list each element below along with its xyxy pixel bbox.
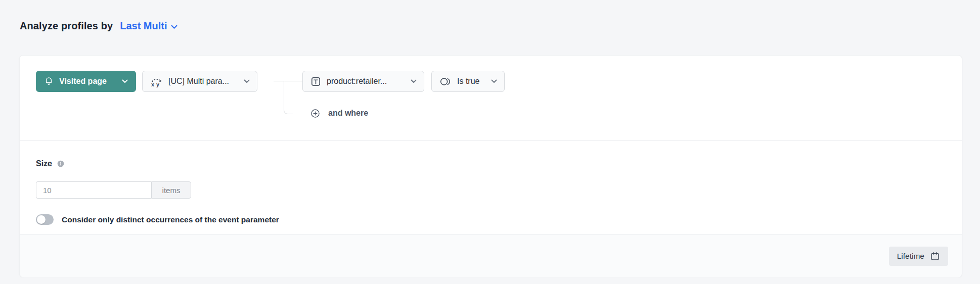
bell-icon bbox=[44, 76, 54, 87]
event-condition-button[interactable]: Visited page bbox=[36, 71, 136, 92]
text-type-icon bbox=[310, 76, 322, 87]
add-condition-label: and where bbox=[328, 109, 368, 118]
size-input[interactable] bbox=[36, 181, 151, 199]
distinct-toggle-label: Consider only distinct occurrences of th… bbox=[62, 215, 279, 224]
page-header: Analyze profiles by Last Multi bbox=[20, 19, 177, 32]
chevron-down-icon bbox=[171, 20, 177, 32]
page-title: Analyze profiles by bbox=[20, 20, 113, 32]
chevron-down-icon bbox=[411, 79, 417, 83]
svg-text:y: y bbox=[156, 81, 159, 87]
operator-button[interactable]: Is true bbox=[431, 71, 505, 92]
distinct-toggle-row: Consider only distinct occurrences of th… bbox=[36, 214, 279, 225]
operator-label: Is true bbox=[457, 77, 479, 86]
event-parameter-button[interactable]: x y [UC] Multi para... bbox=[142, 71, 257, 92]
distinct-toggle[interactable] bbox=[36, 214, 54, 225]
attribute-button[interactable]: product:retailer... bbox=[302, 71, 424, 92]
size-input-group: items bbox=[36, 181, 191, 199]
chevron-down-icon bbox=[122, 79, 128, 83]
date-range-button[interactable]: Lifetime bbox=[889, 247, 948, 266]
plus-circle-icon bbox=[310, 108, 321, 119]
size-section: Size items Consider only distinct occurr… bbox=[20, 140, 962, 234]
info-icon[interactable] bbox=[57, 160, 65, 168]
toggle-knob bbox=[37, 215, 46, 224]
card-footer: Lifetime bbox=[20, 234, 962, 277]
tree-connector-elbow bbox=[284, 81, 293, 114]
add-condition-button[interactable]: and where bbox=[310, 107, 368, 119]
chevron-down-icon bbox=[244, 79, 250, 83]
event-parameter-icon: x y bbox=[150, 75, 163, 88]
size-label: Size bbox=[36, 159, 52, 168]
calendar-icon bbox=[930, 251, 940, 261]
attribute-label: product:retailer... bbox=[327, 77, 387, 86]
chevron-down-icon bbox=[491, 79, 497, 83]
profile-dimension-label: Last Multi bbox=[120, 20, 167, 32]
parameter-label: [UC] Multi para... bbox=[168, 77, 229, 86]
event-label: Visited page bbox=[59, 77, 107, 86]
boolean-icon bbox=[439, 76, 452, 87]
size-unit-suffix: items bbox=[151, 181, 191, 199]
date-range-label: Lifetime bbox=[897, 252, 924, 261]
profile-dimension-select[interactable]: Last Multi bbox=[120, 20, 177, 32]
analysis-card: Visited page x y [UC] Multi para... bbox=[19, 55, 962, 277]
svg-text:x: x bbox=[151, 81, 154, 87]
